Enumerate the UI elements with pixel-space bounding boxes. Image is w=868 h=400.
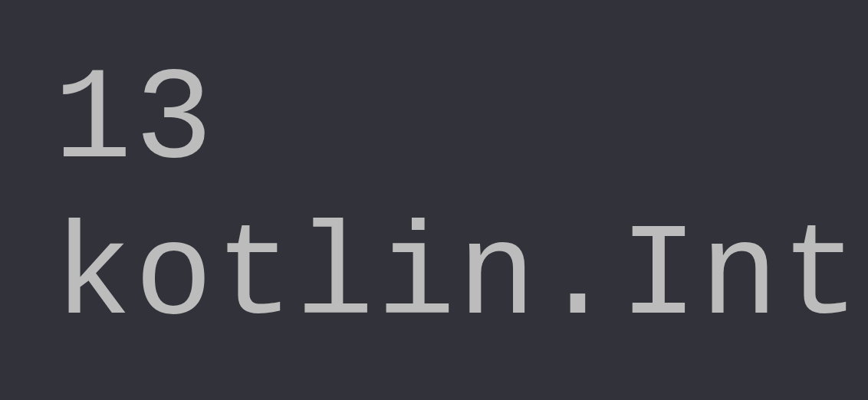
repl-output-value: 13 <box>54 44 814 200</box>
repl-output-type: kotlin.Int <box>54 200 814 356</box>
